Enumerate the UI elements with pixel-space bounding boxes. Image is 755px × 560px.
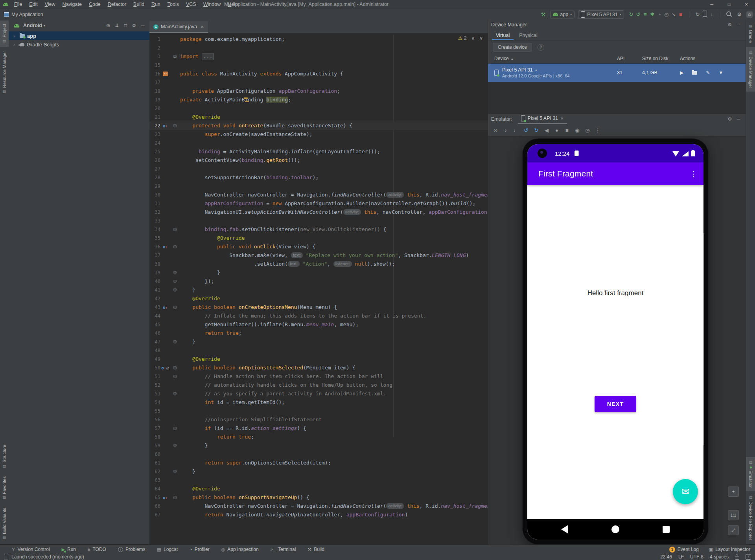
profile-button[interactable]: ◔ [656, 11, 663, 17]
fold-marker-icon[interactable] [173, 124, 177, 127]
fold-marker-icon[interactable] [173, 306, 177, 309]
search-everywhere-button[interactable] [725, 11, 732, 17]
fold-end-marker-icon[interactable] [173, 470, 177, 473]
zoom-in-button[interactable]: + [728, 487, 739, 497]
snapshots-button[interactable]: ◷ [583, 127, 592, 133]
overriding-method-icon[interactable] [163, 493, 168, 502]
editor-tab-mainactivity[interactable]: C MainActivity.java ✕ [149, 21, 208, 33]
more-button[interactable]: ⋮ [593, 127, 602, 133]
fold-marker-icon[interactable] [173, 427, 177, 430]
toolwindow-profiler[interactable]: ◔Profiler [190, 547, 210, 552]
phone-screen[interactable]: 12:24 First Fragment ⋮ Hello first f [527, 144, 703, 540]
tool-strip-tab-project[interactable]: ▤Project [0, 20, 9, 47]
line-ending-indicator[interactable]: LF [678, 554, 684, 560]
menu-edit[interactable]: Edit [26, 2, 41, 7]
col-size[interactable]: Size on Disk [642, 56, 680, 61]
open-folder-button[interactable] [692, 71, 697, 75]
caret-position[interactable]: 22:46 [660, 554, 672, 560]
screenshot-button[interactable]: ◉ [573, 127, 582, 133]
run-configuration-select[interactable]: app ▾ [550, 11, 575, 18]
expand-all-button[interactable]: ⇊ [112, 23, 121, 28]
lock-icon[interactable] [735, 556, 739, 560]
menu-refactor[interactable]: Refactor [104, 2, 130, 7]
chevron-right-icon[interactable]: › [13, 33, 17, 38]
next-button[interactable]: NEXT [595, 396, 636, 412]
tree-item-app[interactable]: ›app [9, 31, 149, 40]
toolwindow-logcat[interactable]: ▤Logcat [157, 547, 178, 552]
fab-email-button[interactable]: ✉ [673, 479, 698, 504]
tab-physical[interactable]: Physical [515, 31, 541, 40]
toolwindow-version-control[interactable]: ϒVersion Control [12, 547, 50, 552]
zoom-actual-button[interactable]: 1:1 [728, 510, 739, 520]
tool-strip-tab-resource-manager[interactable]: ▤Resource Manager [0, 48, 9, 97]
stop-button[interactable]: ■ [677, 11, 684, 17]
android-back-button[interactable] [561, 525, 568, 534]
fold-marker-icon[interactable] [173, 228, 177, 231]
back-button[interactable]: ◀ [542, 127, 551, 133]
tool-strip-tab-device-manager[interactable]: ▤Device Manager [746, 47, 755, 92]
power-button[interactable]: ⊙ [491, 127, 500, 133]
user-avatar[interactable]: ☺ [746, 11, 753, 18]
project-view-selector[interactable]: Android [23, 23, 42, 28]
hide-panel-button[interactable]: ─ [734, 116, 743, 122]
overview-button[interactable]: ■ [563, 127, 571, 133]
launch-device-button[interactable]: ▶ [680, 70, 683, 75]
tool-strip-tab-structure[interactable]: ▤Structure [0, 441, 9, 472]
menu-file[interactable]: File [11, 2, 26, 7]
overriding-method-icon[interactable] [163, 303, 168, 312]
tab-virtual[interactable]: Virtual [492, 31, 514, 40]
overriding-method-icon[interactable] [163, 242, 168, 252]
volume-down-button[interactable]: ♩ [512, 127, 520, 133]
panel-settings-icon[interactable]: ⚙ [726, 116, 734, 122]
project-name-widget[interactable]: My Application [11, 12, 43, 17]
create-device-button[interactable]: Create device [493, 43, 532, 51]
run-restart-button[interactable]: ↻ [628, 11, 635, 17]
tool-strip-tab-gradle[interactable]: ▤Gradle [746, 20, 755, 46]
scrollbar[interactable] [703, 233, 704, 445]
locate-file-button[interactable]: ⊕ [104, 23, 112, 28]
overflow-menu-icon[interactable]: ⋮ [690, 169, 697, 178]
rotate-right-button[interactable]: ↻ [532, 127, 541, 133]
device-row[interactable]: Pixel 5 API 31 •Android 12.0 Google APIs… [488, 64, 746, 82]
sync-button[interactable]: ↻ [694, 11, 701, 17]
chevron-down-icon[interactable]: ▾ [44, 24, 45, 28]
minimize-button[interactable]: ─ [703, 0, 720, 9]
device-manager-button[interactable] [701, 11, 708, 18]
tool-strip-tab-favorites[interactable]: ▤Favorites [0, 473, 9, 503]
fold-end-marker-icon[interactable] [173, 392, 177, 395]
build-hammer-icon[interactable]: ⚒ [540, 11, 547, 17]
edit-device-button[interactable]: ✎ [706, 70, 710, 75]
volume-up-button[interactable]: ♪ [501, 127, 510, 133]
more-actions-button[interactable]: ▼ [718, 70, 723, 75]
fold-marker-icon[interactable] [173, 366, 177, 369]
zoom-fit-button[interactable]: ⤢ [728, 525, 739, 535]
menu-run[interactable]: Run [148, 2, 164, 7]
fold-end-marker-icon[interactable] [173, 340, 177, 343]
fold-marker-icon[interactable] [173, 496, 177, 499]
toolwindow-run[interactable]: ▶Run [62, 547, 76, 552]
home-button[interactable]: ● [552, 127, 561, 133]
indent-indicator[interactable]: 4 spaces [710, 554, 729, 560]
settings-button[interactable]: ⚙ [736, 11, 743, 17]
menu-window[interactable]: Window [200, 2, 224, 7]
apply-code-changes-button[interactable]: ≡ [642, 11, 649, 17]
attach-debugger-button[interactable]: ↘ [670, 11, 677, 17]
android-home-button[interactable] [611, 525, 619, 533]
debug-button[interactable]: ✱ [649, 11, 656, 17]
unfold-marker-icon[interactable] [173, 55, 177, 58]
collapse-all-button[interactable]: ⇈ [121, 23, 130, 28]
menu-vcs[interactable]: VCS [182, 2, 200, 7]
fold-end-marker-icon[interactable] [173, 288, 177, 292]
project-settings-icon[interactable]: ⚙ [130, 23, 138, 28]
close-button[interactable]: ✕ [738, 0, 755, 9]
toolwindow-terminal[interactable]: >_Terminal [271, 547, 296, 552]
fold-marker-icon[interactable] [173, 375, 177, 378]
event-log-button[interactable]: 1 Event Log [669, 547, 699, 553]
close-tab-icon[interactable]: ✕ [201, 25, 204, 29]
apply-changes-button[interactable]: ↺ [635, 11, 642, 17]
menu-navigate[interactable]: Navigate [59, 2, 85, 7]
close-icon[interactable]: ✕ [560, 116, 563, 121]
tool-strip-tab-emulator[interactable]: ▤Emulator [746, 457, 755, 491]
toolwindow-app-inspection[interactable]: ◎App Inspection [221, 547, 259, 552]
tool-strip-tab-device-file-explorer[interactable]: ▤Device File Explorer [746, 492, 755, 543]
